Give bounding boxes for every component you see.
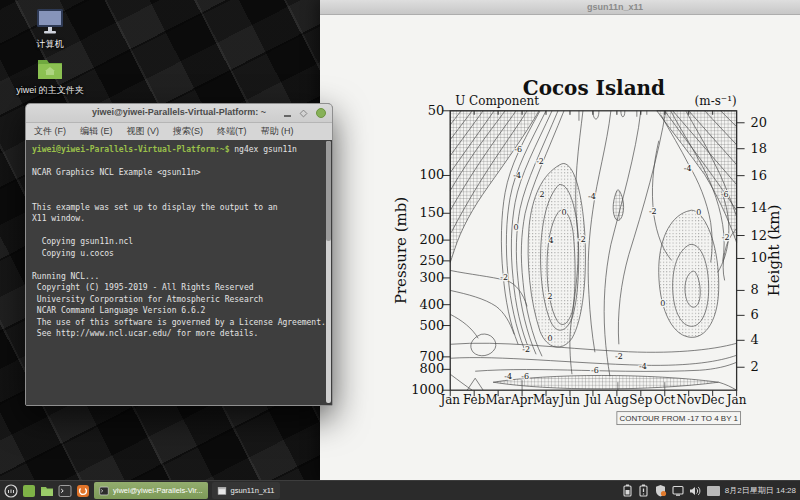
contour-info-text: CONTOUR FROM -17 TO 4 BY 1 <box>619 414 738 423</box>
svg-text:2: 2 <box>539 190 544 199</box>
svg-text:0: 0 <box>696 208 701 217</box>
terminal-line: See http://www.ncl.ucar.edu/ for more de… <box>32 328 332 340</box>
svg-text:-2: -2 <box>615 352 623 361</box>
folder-icon <box>40 484 54 498</box>
menu-edit[interactable]: 编辑 (E) <box>80 125 113 138</box>
terminal-line: Copyright (C) 1995-2019 - All Rights Res… <box>32 282 332 294</box>
svg-text:Dec: Dec <box>701 393 725 407</box>
plot-units-label: (m-s⁻¹) <box>695 94 737 108</box>
svg-text:Aug: Aug <box>604 393 629 407</box>
svg-text:0: 0 <box>514 223 519 232</box>
minimize-button[interactable] <box>284 115 291 117</box>
maximize-button[interactable] <box>300 109 308 117</box>
x11-titlebar[interactable]: gsun11n_x11 <box>320 0 800 15</box>
keyboard-layout-icon[interactable] <box>707 486 720 496</box>
terminal-line: NCAR Graphics NCL Example <gsun11n> <box>32 167 332 179</box>
menu-view[interactable]: 视图 (V) <box>127 125 160 138</box>
pressure-axis-title: Pressure (mb) <box>392 197 410 304</box>
terminal-line: NCAR Command Language Version 6.6.2 <box>32 305 332 317</box>
display-icon[interactable] <box>672 485 684 497</box>
desktop-icon-computer[interactable]: 计算机 <box>5 8 95 51</box>
taskbar-window-label: gsun11n_x11 <box>231 486 275 495</box>
shell-command: ng4ex gsun11n <box>229 145 296 154</box>
svg-text:500: 500 <box>419 318 444 333</box>
right-axis-ticks <box>737 123 745 367</box>
terminal-line <box>32 225 332 237</box>
terminal-line: The use of this software is governed by … <box>32 317 332 329</box>
battery-alert-icon[interactable] <box>638 484 649 497</box>
svg-text:100: 100 <box>419 167 444 182</box>
terminal-output[interactable]: yiwei@yiwei-Parallels-Virtual-Platform:~… <box>26 140 332 405</box>
contour-plot: Cocos Island U Component (m-s⁻¹) <box>320 15 800 480</box>
svg-text:2: 2 <box>751 359 759 374</box>
terminal-launcher[interactable] <box>57 483 72 498</box>
volume-icon[interactable] <box>689 485 702 497</box>
svg-text:-4: -4 <box>639 362 647 371</box>
taskbar-window-label: yiwei@yiwei-Parallels-Vir... <box>113 486 203 495</box>
terminal-line: X11 window. <box>32 213 332 225</box>
file-manager-launcher[interactable] <box>39 483 54 498</box>
svg-text:2: 2 <box>547 292 552 301</box>
terminal-titlebar[interactable]: yiwei@yiwei-Parallels-Virtual-Platform: … <box>26 104 332 123</box>
svg-text:-2: -2 <box>522 345 530 354</box>
terminal-line: Copying u.cocos <box>32 248 332 260</box>
plot-title: Cocos Island <box>523 76 665 100</box>
cocos-island-contour-svg: Cocos Island U Component (m-s⁻¹) <box>320 15 800 480</box>
svg-text:200: 200 <box>419 232 444 247</box>
browser-launcher[interactable] <box>75 483 90 498</box>
terminal-line: Running NCL... <box>32 271 332 283</box>
svg-text:-4: -4 <box>588 192 596 201</box>
svg-text:-2: -2 <box>500 273 508 282</box>
close-button[interactable] <box>316 108 326 118</box>
terminal-line <box>32 156 332 168</box>
x11-window: gsun11n_x11 Cocos Island U Component (m-… <box>320 0 800 480</box>
svg-text:16: 16 <box>751 168 768 183</box>
svg-text:-2: -2 <box>536 157 544 166</box>
taskbar-window-x11[interactable]: gsun11n_x11 <box>212 482 280 499</box>
terminal-line <box>32 190 332 202</box>
svg-text:-6: -6 <box>721 190 729 199</box>
svg-text:-4: -4 <box>684 164 692 173</box>
window-icon <box>217 486 227 496</box>
desktop-icon-home-folder[interactable]: yiwei 的主文件夹 <box>5 56 95 97</box>
svg-text:-2: -2 <box>578 235 586 244</box>
svg-text:6: 6 <box>751 307 759 322</box>
svg-text:Jun: Jun <box>559 393 581 407</box>
show-desktop-button[interactable] <box>21 483 36 498</box>
terminal-icon <box>99 486 109 496</box>
terminal-window: yiwei@yiwei-Parallels-Virtual-Platform: … <box>25 103 333 406</box>
svg-text:Nov: Nov <box>676 393 701 407</box>
battery-icon[interactable] <box>622 484 633 497</box>
svg-text:18: 18 <box>751 141 768 156</box>
svg-text:-4: -4 <box>513 171 521 180</box>
system-tray: 8月2日星期日 14:28 <box>622 484 800 497</box>
terminal-scrollbar[interactable] <box>326 141 331 403</box>
taskbar-clock[interactable]: 8月2日星期日 14:28 <box>725 485 796 496</box>
plot-subtitle-left: U Component <box>455 94 539 108</box>
menu-help[interactable]: 帮助 (H) <box>261 125 294 138</box>
menu-search[interactable]: 搜索(S) <box>173 125 203 138</box>
shell-prompt: yiwei@yiwei-Parallels-Virtual-Platform:~… <box>32 145 229 154</box>
terminal-line: University Corporation for Atmospheric R… <box>32 294 332 306</box>
svg-text:-6: -6 <box>521 372 529 381</box>
x11-window-title: gsun11n_x11 <box>550 2 680 12</box>
month-labels: Jan Feb Mar Apr May Jun Jul Aug Sep Oct … <box>439 393 746 407</box>
svg-text:-4: -4 <box>504 372 512 381</box>
terminal-line: This example was set up to display the o… <box>32 202 332 214</box>
terminal-icon <box>58 484 72 498</box>
shield-update-icon[interactable] <box>654 484 667 497</box>
height-axis-title: Height (km) <box>765 205 783 297</box>
mint-menu-button[interactable] <box>3 483 18 498</box>
svg-text:Jan: Jan <box>439 393 460 407</box>
svg-text:-6: -6 <box>591 366 599 375</box>
pressure-tick-labels: 50 100 150 200 250 300 400 500 700 800 1… <box>411 103 444 397</box>
desktop-icon-label: yiwei 的主文件夹 <box>16 85 84 95</box>
menu-file[interactable]: 文件 (F) <box>34 125 66 138</box>
scrollbar-thumb[interactable] <box>326 141 331 241</box>
svg-text:Feb: Feb <box>463 393 486 407</box>
menu-terminal[interactable]: 终端(T) <box>217 125 247 138</box>
taskbar-window-terminal[interactable]: yiwei@yiwei-Parallels-Vir... <box>94 482 208 499</box>
terminal-menubar: 文件 (F) 编辑 (E) 视图 (V) 搜索(S) 终端(T) 帮助 (H) <box>26 123 332 141</box>
svg-text:250: 250 <box>419 253 444 268</box>
svg-text:400: 400 <box>419 297 444 312</box>
